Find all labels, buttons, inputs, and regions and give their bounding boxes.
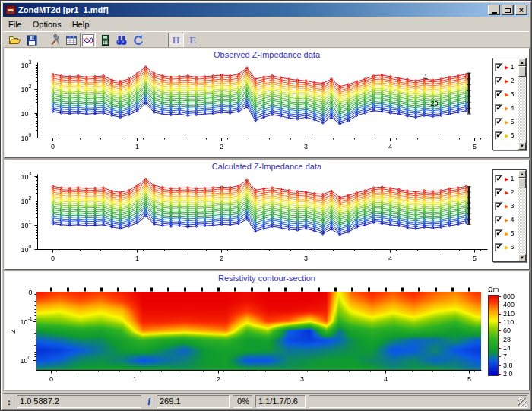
legend-checkbox[interactable]: ✔: [495, 77, 503, 85]
info-icon: i: [144, 396, 154, 408]
curves-plot-button[interactable]: [80, 33, 96, 48]
binoculars-icon: [115, 34, 128, 46]
series-marker-icon: ▶: [505, 92, 508, 97]
window-title: ZondMT2d [pr1_1.mdf]: [18, 5, 488, 14]
legend-checkbox[interactable]: ✔: [495, 188, 503, 197]
legend-item-4[interactable]: ✔▶4: [495, 101, 518, 115]
window-controls: ×: [488, 5, 527, 15]
legend-label: 1: [510, 63, 514, 71]
curves-chart-icon: [82, 34, 94, 46]
floppy-disk-icon: [26, 34, 38, 46]
legend-label: 6: [510, 131, 514, 139]
menu-help[interactable]: Help: [67, 18, 95, 30]
legend-item-5[interactable]: ✔▶5: [495, 115, 518, 128]
e-icon: E: [189, 34, 196, 46]
scroll-down-icon[interactable]: ▼: [518, 142, 526, 150]
legend-item-4[interactable]: ✔▶4: [495, 213, 518, 226]
legend-item-2[interactable]: ✔▶2: [495, 185, 518, 199]
search-button[interactable]: [113, 33, 129, 48]
legend-label: 4: [510, 104, 514, 112]
legend-item-6[interactable]: ✔▶6: [495, 240, 518, 254]
status-field-empty: [309, 395, 527, 408]
legend-checkbox[interactable]: ✔: [495, 63, 503, 71]
legend-checkbox[interactable]: ✔: [495, 216, 503, 224]
calculated-impedance-plot[interactable]: [5, 172, 495, 269]
legend-item-1[interactable]: ✔▶1: [495, 60, 518, 74]
legend-scrollbar[interactable]: ▲ ▼: [518, 170, 526, 261]
legend-item-5[interactable]: ✔▶5: [495, 226, 518, 240]
status-field-coordinates: 1.0 5887.2: [17, 395, 141, 408]
legend-checkbox[interactable]: ✔: [495, 229, 503, 238]
series-marker-icon: ▶: [505, 190, 508, 195]
resize-grip[interactable]: [518, 398, 527, 407]
settings-tools-button[interactable]: [46, 33, 62, 48]
series-marker-icon: ▶: [505, 176, 508, 182]
legend-label: 6: [510, 243, 514, 251]
scroll-down-icon[interactable]: ▼: [518, 254, 526, 261]
series-marker-icon: ▶: [505, 119, 508, 125]
legend-list: ✔▶1✔▶2✔▶3✔▶4✔▶5✔▶6: [493, 58, 518, 150]
tools-icon: [49, 34, 61, 46]
legend-list: ✔▶1✔▶2✔▶3✔▶4✔▶5✔▶6: [493, 170, 518, 261]
legend-item-6[interactable]: ✔▶6: [495, 128, 518, 142]
calculated-chart-title: Calculated Z-Impedance data: [5, 162, 529, 171]
legend-scrollbar[interactable]: ▲ ▼: [518, 58, 526, 150]
open-file-button[interactable]: [7, 33, 23, 48]
minimize-button[interactable]: [488, 5, 500, 15]
scroll-thumb[interactable]: [518, 178, 526, 188]
legend-checkbox[interactable]: ✔: [495, 175, 503, 183]
scroll-up-icon[interactable]: ▲: [518, 170, 526, 178]
series-marker-icon: ▶: [505, 65, 508, 70]
status-field-misfit: 1.1/1.7/0.6: [255, 395, 306, 408]
legend-label: 2: [510, 77, 514, 84]
minimize-icon: [492, 12, 497, 14]
legend-checkbox[interactable]: ✔: [495, 202, 503, 210]
resistivity-contour-plot[interactable]: [5, 283, 489, 390]
scroll-up-icon[interactable]: ▲: [518, 58, 526, 66]
legend-label: 1: [510, 175, 514, 182]
open-folder-icon: [8, 34, 21, 46]
scroll-track[interactable]: [518, 188, 526, 254]
menu-file[interactable]: File: [3, 18, 27, 30]
observed-chart-title: Observed Z-Impedance data: [5, 50, 529, 59]
scroll-track[interactable]: [518, 77, 526, 142]
table-icon: [65, 34, 78, 46]
h-polarization-button[interactable]: H: [168, 33, 184, 48]
scroll-thumb[interactable]: [518, 66, 526, 77]
legend-checkbox[interactable]: ✔: [495, 90, 503, 99]
menu-options[interactable]: Options: [27, 18, 67, 30]
maximize-button[interactable]: [502, 5, 514, 15]
menubar: File Options Help: [3, 17, 529, 31]
updown-arrows-icon: ↕: [5, 397, 14, 406]
app-icon[interactable]: [5, 5, 16, 15]
e-polarization-button[interactable]: E: [185, 33, 201, 48]
titlebar[interactable]: ZondMT2d [pr1_1.mdf] ×: [3, 3, 529, 17]
legend-label: 4: [510, 216, 514, 223]
close-button[interactable]: ×: [515, 5, 527, 15]
legend-checkbox[interactable]: ✔: [495, 118, 503, 126]
series-marker-icon: ▶: [505, 204, 508, 209]
undo-arrow-icon: [132, 34, 144, 46]
data-table-button[interactable]: [63, 33, 79, 48]
calculator-icon: [99, 34, 111, 46]
legend-label: 3: [510, 202, 514, 210]
legend-checkbox[interactable]: ✔: [495, 243, 503, 251]
series-marker-icon: ▶: [505, 231, 508, 236]
legend-label: 2: [510, 188, 514, 196]
series-marker-icon: ▶: [505, 217, 508, 223]
legend-item-3[interactable]: ✔▶3: [495, 199, 518, 213]
legend-checkbox[interactable]: ✔: [495, 131, 503, 140]
observed-impedance-plot[interactable]: [5, 60, 495, 157]
legend-label: 5: [510, 229, 514, 237]
status-field-value: 269.1: [157, 395, 230, 408]
app-window: ZondMT2d [pr1_1.mdf] × File Options Help: [0, 0, 532, 411]
status-field-progress: 0%: [233, 395, 252, 408]
legend-item-3[interactable]: ✔▶3: [495, 87, 518, 101]
calculator-button[interactable]: [97, 33, 112, 48]
legend-item-2[interactable]: ✔▶2: [495, 74, 518, 87]
legend-label: 3: [510, 90, 514, 98]
legend-checkbox[interactable]: ✔: [495, 104, 503, 112]
undo-button[interactable]: [130, 33, 146, 48]
legend-item-1[interactable]: ✔▶1: [495, 172, 518, 185]
save-button[interactable]: [24, 33, 40, 48]
